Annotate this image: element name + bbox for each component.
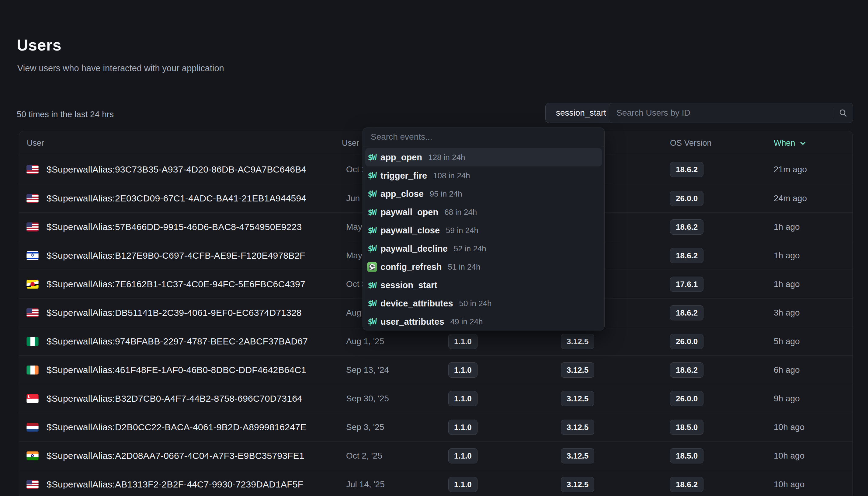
last-seen-when: 1h ago: [774, 222, 800, 232]
user-alias: $SuperwallAlias:974BFABB-2297-4787-BEEC-…: [47, 336, 308, 346]
user-alias: $SuperwallAlias:B32D7CB0-A4F7-44B2-8758-…: [47, 393, 302, 404]
table-row[interactable]: $SuperwallAlias:D2B0CC22-BACA-4061-9B2D-…: [19, 413, 852, 441]
event-dropdown-item[interactable]: $W session_start: [365, 276, 602, 294]
event-dropdown-item[interactable]: $W paywall_close 59 in 24h: [365, 221, 602, 239]
user-since-date: Sep 3, '25: [346, 422, 384, 432]
country-flag-icon: [27, 222, 38, 232]
os-version-badge: 18.6.2: [670, 305, 704, 321]
last-seen-when: 3h ago: [774, 308, 800, 318]
sdk-version-badge: 3.12.5: [561, 362, 594, 378]
user-alias: $SuperwallAlias:461F48FE-1AF0-46B0-8DBC-…: [47, 365, 306, 375]
table-row[interactable]: $SuperwallAlias:974BFABB-2297-4787-BEEC-…: [19, 327, 852, 355]
event-count: 52 in 24h: [454, 244, 486, 253]
event-count: 108 in 24h: [433, 171, 470, 181]
sdk-version-badge: 3.12.5: [561, 448, 594, 463]
event-filter-button[interactable]: session_start: [545, 103, 617, 123]
event-name: paywall_decline: [381, 244, 448, 254]
os-version-badge: 17.6.1: [670, 277, 704, 292]
column-header-user: User: [27, 138, 44, 148]
event-dropdown-item[interactable]: $W paywall_open 68 in 24h: [365, 203, 602, 221]
event-dropdown-item[interactable]: $W trigger_fire 108 in 24h: [365, 167, 602, 185]
event-dropdown-item[interactable]: $W device_attributes 50 in 24h: [365, 294, 602, 312]
country-flag-icon: [27, 194, 38, 203]
country-flag-icon: [27, 280, 38, 289]
user-alias: $SuperwallAlias:AB1313F2-2B2F-44C7-9930-…: [47, 479, 303, 490]
country-flag-icon: [27, 251, 38, 260]
superwall-event-icon: $W: [368, 281, 376, 290]
event-count: 51 in 24h: [448, 262, 480, 272]
last-seen-when: 5h ago: [774, 337, 800, 346]
last-seen-when: 10h ago: [774, 422, 804, 432]
user-since-date: Jun: [346, 193, 360, 203]
user-alias: $SuperwallAlias:B127E9B0-C697-4CFB-AE9E-…: [47, 250, 305, 261]
event-dropdown-item[interactable]: $W app_close 95 in 24h: [365, 185, 602, 203]
event-dropdown-item[interactable]: $W app_open 128 in 24h: [365, 148, 602, 167]
superwall-event-icon: $W: [368, 317, 376, 326]
user-since-date: Aug: [346, 308, 361, 318]
events-list: $W app_open 128 in 24h $W trigger_fire 1…: [363, 146, 604, 330]
column-header-user-since: User: [342, 138, 359, 148]
event-dropdown-item[interactable]: ⚽ config_refresh 51 in 24h: [365, 258, 602, 276]
user-since-date: Oct 2, '25: [346, 451, 382, 461]
os-version-badge: 18.6.2: [670, 248, 704, 263]
when-header-label: When: [774, 138, 795, 148]
app-version-badge: 1.1.0: [448, 362, 478, 378]
os-version-badge: 18.6.2: [670, 362, 704, 378]
table-row[interactable]: $SuperwallAlias:AB1313F2-2B2F-44C7-9930-…: [19, 470, 852, 496]
os-version-badge: 26.0.0: [670, 334, 704, 349]
user-search-input[interactable]: [609, 108, 833, 118]
event-name: app_close: [381, 189, 424, 199]
user-since-date: Jul 14, '25: [346, 480, 385, 489]
event-name: trigger_fire: [381, 171, 427, 181]
os-version-badge: 18.6.2: [670, 219, 704, 235]
os-version-badge: 26.0.0: [670, 391, 704, 406]
event-name: config_refresh: [381, 262, 441, 272]
page-title: Users: [17, 36, 61, 54]
country-flag-icon: [27, 480, 38, 489]
country-flag-icon: [27, 451, 38, 460]
last-seen-when: 10h ago: [774, 451, 804, 461]
os-version-badge: 26.0.0: [670, 191, 704, 206]
event-count: 59 in 24h: [446, 226, 478, 235]
user-since-date: Aug 1, '25: [346, 337, 384, 346]
event-name: session_start: [381, 280, 437, 290]
superwall-event-icon: $W: [368, 299, 376, 308]
country-flag-icon: [27, 165, 38, 174]
app-version-badge: 1.1.0: [448, 448, 478, 463]
events-search-input[interactable]: [371, 132, 596, 142]
table-row[interactable]: $SuperwallAlias:A2D08AA7-0667-4C04-A7F3-…: [19, 441, 852, 470]
column-header-when[interactable]: When: [774, 138, 807, 148]
user-alias: $SuperwallAlias:57B466DD-9915-46D6-BAC8-…: [47, 222, 302, 232]
table-row[interactable]: $SuperwallAlias:B32D7CB0-A4F7-44B2-8758-…: [19, 384, 852, 413]
event-dropdown-item[interactable]: $W user_attributes 49 in 24h: [365, 312, 602, 330]
chevron-down-icon: [799, 139, 807, 147]
event-count: 50 in 24h: [459, 299, 492, 308]
sdk-version-badge: 3.12.5: [561, 477, 594, 492]
column-header-os-version: OS Version: [670, 138, 712, 148]
sdk-version-badge: 3.12.5: [561, 391, 594, 406]
search-icon[interactable]: [833, 108, 853, 118]
user-alias: $SuperwallAlias:7E6162B1-1C37-4C0E-94FC-…: [47, 279, 305, 289]
event-name: app_open: [381, 153, 422, 162]
superwall-event-icon: $W: [368, 189, 376, 198]
event-count: 95 in 24h: [430, 189, 462, 199]
table-row[interactable]: $SuperwallAlias:461F48FE-1AF0-46B0-8DBC-…: [19, 355, 852, 384]
event-count: 68 in 24h: [444, 207, 477, 217]
user-search-box: [609, 103, 853, 123]
last-seen-when: 10h ago: [774, 480, 804, 489]
country-flag-icon: [27, 423, 38, 432]
event-dropdown-item[interactable]: $W paywall_decline 52 in 24h: [365, 239, 602, 258]
user-alias: $SuperwallAlias:A2D08AA7-0667-4C04-A7F3-…: [47, 451, 304, 461]
event-name: user_attributes: [381, 317, 444, 327]
event-name: device_attributes: [381, 298, 453, 309]
superwall-event-icon: $W: [368, 171, 376, 180]
user-alias: $SuperwallAlias:DB51141B-2C39-4061-9EF0-…: [47, 308, 302, 318]
app-version-badge: 1.1.0: [448, 334, 478, 349]
user-alias: $SuperwallAlias:D2B0CC22-BACA-4061-9B2D-…: [47, 422, 306, 432]
sdk-version-badge: 3.12.5: [561, 334, 594, 349]
app-version-badge: 1.1.0: [448, 420, 478, 435]
user-since-date: May: [346, 251, 362, 261]
event-name: paywall_open: [381, 207, 438, 217]
user-since-date: Sep 13, '24: [346, 365, 389, 375]
superwall-event-icon: $W: [368, 153, 376, 162]
